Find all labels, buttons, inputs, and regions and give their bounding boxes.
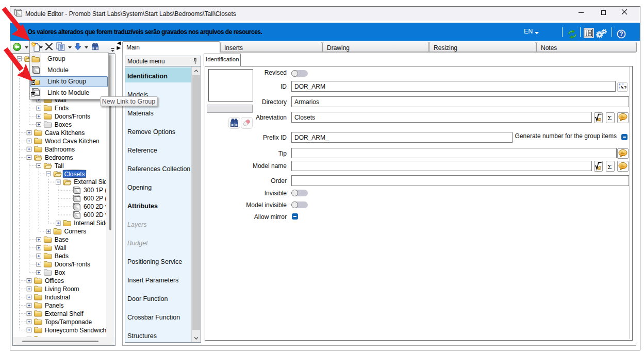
svg-text:Σ: Σ	[607, 163, 612, 170]
svg-text:Offices: Offices	[45, 277, 64, 284]
svg-text:Bathrooms: Bathrooms	[45, 146, 75, 153]
svg-text:Industrial: Industrial	[45, 294, 70, 301]
svg-text:600 2D viso: 600 2D viso	[84, 203, 106, 210]
svg-text:Base: Base	[55, 236, 69, 243]
svg-text:a: a	[598, 115, 601, 122]
svg-text:Closets: Closets	[64, 171, 85, 178]
svg-text:300 1P (300: 300 1P (300	[84, 187, 106, 194]
svg-text:Doors/Fronts: Doors/Fronts	[55, 261, 90, 268]
svg-text:Tops/Tamponade: Tops/Tamponade	[45, 318, 92, 326]
svg-text:Cava Kitchens: Cava Kitchens	[45, 129, 85, 137]
svg-text:Ends: Ends	[55, 105, 69, 112]
svg-text:Beds: Beds	[55, 253, 69, 260]
svg-text:600 2D viso: 600 2D viso	[84, 211, 106, 218]
svg-text:Σ: Σ	[607, 114, 612, 121]
svg-text:Panels: Panels	[45, 302, 64, 309]
svg-text:Wall: Wall	[55, 244, 67, 251]
svg-text:Bedrooms: Bedrooms	[45, 154, 73, 161]
svg-text:a: a	[598, 164, 601, 171]
svg-text:Living Room: Living Room	[45, 285, 79, 293]
svg-text:Boxes: Boxes	[55, 121, 72, 128]
svg-text:Corners: Corners	[64, 228, 87, 235]
svg-text:?: ?	[619, 30, 623, 38]
svg-text:Wood Cava Kitchen: Wood Cava Kitchen	[45, 138, 100, 145]
svg-text:600 2P (600: 600 2P (600	[84, 195, 106, 202]
svg-text:?: ?	[624, 85, 626, 90]
svg-text:External Shelf: External Shelf	[45, 310, 84, 317]
svg-text:Honeycomb Sandwich: Honeycomb Sandwich	[45, 327, 106, 334]
svg-text:External Side: External Side	[74, 178, 106, 186]
svg-text:Tall: Tall	[55, 162, 64, 170]
svg-text:Internal Side: Internal Side	[74, 220, 106, 227]
svg-text:Box: Box	[55, 269, 65, 276]
svg-text:Doors/Fronts: Doors/Fronts	[55, 113, 90, 120]
